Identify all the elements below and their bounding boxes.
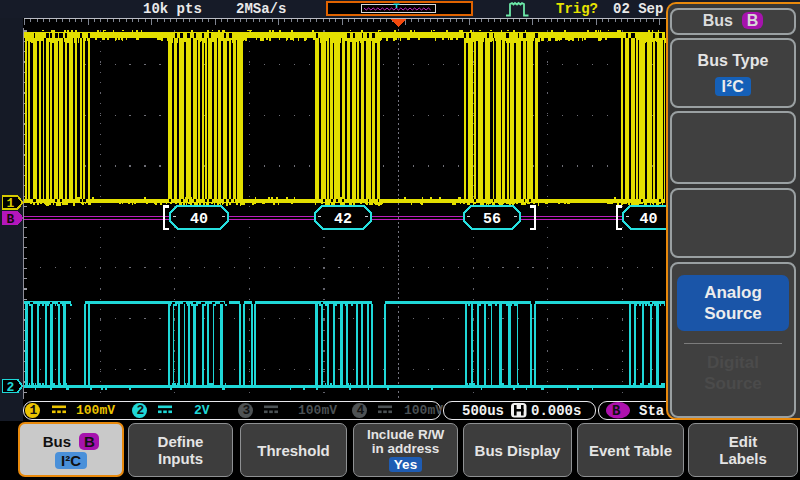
svg-text:40: 40 [190,211,208,228]
svg-text:B: B [7,212,15,227]
svg-text:56: 56 [483,211,501,228]
svg-text:42: 42 [334,211,352,228]
svg-text:2: 2 [7,380,15,395]
svg-text:1: 1 [7,196,15,211]
svg-text:40: 40 [639,211,657,228]
